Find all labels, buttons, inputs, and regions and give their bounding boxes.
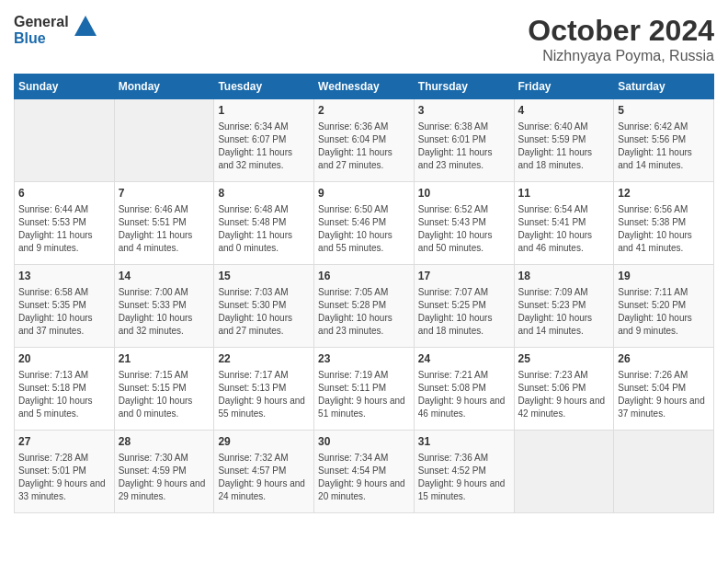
week-row-3: 13Sunrise: 6:58 AMSunset: 5:35 PMDayligh… xyxy=(15,265,714,348)
day-info: Sunrise: 7:00 AMSunset: 5:33 PMDaylight:… xyxy=(119,286,210,338)
day-info: Sunrise: 6:36 AMSunset: 6:04 PMDaylight:… xyxy=(318,121,410,172)
day-number: 14 xyxy=(119,269,210,284)
day-number: 18 xyxy=(518,269,610,284)
day-info: Sunrise: 7:19 AMSunset: 5:11 PMDaylight:… xyxy=(318,369,410,420)
day-info: Sunrise: 6:52 AMSunset: 5:43 PMDaylight:… xyxy=(418,203,510,255)
calendar-header: SundayMondayTuesdayWednesdayThursdayFrid… xyxy=(15,75,714,99)
calendar-cell: 4Sunrise: 6:40 AMSunset: 5:59 PMDaylight… xyxy=(514,99,614,182)
day-info: Sunrise: 6:54 AMSunset: 5:41 PMDaylight:… xyxy=(518,203,610,255)
day-number: 20 xyxy=(18,351,110,367)
day-number: 11 xyxy=(518,186,610,201)
calendar-cell xyxy=(114,99,214,182)
calendar-cell: 13Sunrise: 6:58 AMSunset: 5:35 PMDayligh… xyxy=(15,265,115,348)
calendar-cell: 9Sunrise: 6:50 AMSunset: 5:46 PMDaylight… xyxy=(314,182,415,265)
logo: General Blue xyxy=(14,14,98,46)
calendar-cell: 31Sunrise: 7:36 AMSunset: 4:52 PMDayligh… xyxy=(414,431,514,513)
day-number: 12 xyxy=(618,186,710,201)
day-info: Sunrise: 7:15 AMSunset: 5:15 PMDaylight:… xyxy=(119,369,210,420)
day-number: 27 xyxy=(18,434,110,450)
day-info: Sunrise: 7:17 AMSunset: 5:13 PMDaylight:… xyxy=(218,369,310,420)
day-info: Sunrise: 6:40 AMSunset: 5:59 PMDaylight:… xyxy=(518,121,610,172)
day-info: Sunrise: 6:46 AMSunset: 5:51 PMDaylight:… xyxy=(119,203,210,255)
day-info: Sunrise: 7:21 AMSunset: 5:08 PMDaylight:… xyxy=(418,369,510,420)
calendar-cell: 10Sunrise: 6:52 AMSunset: 5:43 PMDayligh… xyxy=(414,182,514,265)
day-info: Sunrise: 7:09 AMSunset: 5:23 PMDaylight:… xyxy=(518,286,610,338)
calendar-cell: 27Sunrise: 7:28 AMSunset: 5:01 PMDayligh… xyxy=(15,431,115,513)
logo-icon xyxy=(73,14,98,40)
calendar-cell: 5Sunrise: 6:42 AMSunset: 5:56 PMDaylight… xyxy=(614,99,714,182)
day-number: 9 xyxy=(318,186,410,201)
day-info: Sunrise: 7:23 AMSunset: 5:06 PMDaylight:… xyxy=(518,369,610,420)
header-day-sunday: Sunday xyxy=(15,75,115,99)
day-number: 2 xyxy=(318,103,410,119)
calendar-cell: 1Sunrise: 6:34 AMSunset: 6:07 PMDaylight… xyxy=(214,99,314,182)
day-info: Sunrise: 7:05 AMSunset: 5:28 PMDaylight:… xyxy=(318,286,410,338)
calendar-cell: 20Sunrise: 7:13 AMSunset: 5:18 PMDayligh… xyxy=(15,348,115,431)
day-info: Sunrise: 6:58 AMSunset: 5:35 PMDaylight:… xyxy=(18,286,110,338)
day-info: Sunrise: 7:32 AMSunset: 4:57 PMDaylight:… xyxy=(218,452,310,503)
day-number: 8 xyxy=(218,186,310,201)
day-number: 29 xyxy=(218,434,310,450)
day-number: 7 xyxy=(119,186,210,201)
logo-blue: Blue xyxy=(14,30,69,47)
day-info: Sunrise: 6:48 AMSunset: 5:48 PMDaylight:… xyxy=(218,203,310,255)
calendar-table: SundayMondayTuesdayWednesdayThursdayFrid… xyxy=(14,74,714,513)
day-number: 21 xyxy=(119,351,210,367)
day-info: Sunrise: 6:34 AMSunset: 6:07 PMDaylight:… xyxy=(218,121,310,172)
calendar-cell: 22Sunrise: 7:17 AMSunset: 5:13 PMDayligh… xyxy=(214,348,314,431)
calendar-cell: 3Sunrise: 6:38 AMSunset: 6:01 PMDaylight… xyxy=(414,99,514,182)
day-number: 17 xyxy=(418,269,510,284)
day-number: 5 xyxy=(618,103,710,119)
calendar-body: 1Sunrise: 6:34 AMSunset: 6:07 PMDaylight… xyxy=(15,99,714,513)
day-number: 30 xyxy=(318,434,410,450)
day-number: 1 xyxy=(218,103,310,119)
calendar-cell xyxy=(614,431,714,513)
month-title: October 2024 xyxy=(528,14,714,48)
day-info: Sunrise: 7:30 AMSunset: 4:59 PMDaylight:… xyxy=(119,452,210,503)
header-day-wednesday: Wednesday xyxy=(314,75,415,99)
calendar-cell: 24Sunrise: 7:21 AMSunset: 5:08 PMDayligh… xyxy=(414,348,514,431)
day-info: Sunrise: 7:34 AMSunset: 4:54 PMDaylight:… xyxy=(318,452,410,503)
calendar-cell xyxy=(15,99,115,182)
calendar-cell: 29Sunrise: 7:32 AMSunset: 4:57 PMDayligh… xyxy=(214,431,314,513)
svg-marker-0 xyxy=(74,16,97,36)
day-info: Sunrise: 7:07 AMSunset: 5:25 PMDaylight:… xyxy=(418,286,510,338)
day-number: 6 xyxy=(18,186,110,201)
calendar-cell: 11Sunrise: 6:54 AMSunset: 5:41 PMDayligh… xyxy=(514,182,614,265)
header-day-friday: Friday xyxy=(514,75,614,99)
week-row-2: 6Sunrise: 6:44 AMSunset: 5:53 PMDaylight… xyxy=(15,182,714,265)
day-info: Sunrise: 7:03 AMSunset: 5:30 PMDaylight:… xyxy=(218,286,310,338)
day-number: 3 xyxy=(418,103,510,119)
calendar-cell: 19Sunrise: 7:11 AMSunset: 5:20 PMDayligh… xyxy=(614,265,714,348)
day-number: 22 xyxy=(218,351,310,367)
day-number: 31 xyxy=(418,434,510,450)
day-number: 26 xyxy=(618,351,710,367)
calendar-cell: 18Sunrise: 7:09 AMSunset: 5:23 PMDayligh… xyxy=(514,265,614,348)
calendar-cell: 12Sunrise: 6:56 AMSunset: 5:38 PMDayligh… xyxy=(614,182,714,265)
week-row-4: 20Sunrise: 7:13 AMSunset: 5:18 PMDayligh… xyxy=(15,348,714,431)
day-info: Sunrise: 7:28 AMSunset: 5:01 PMDaylight:… xyxy=(18,452,110,503)
day-number: 23 xyxy=(318,351,410,367)
calendar-cell: 16Sunrise: 7:05 AMSunset: 5:28 PMDayligh… xyxy=(314,265,415,348)
calendar-cell: 23Sunrise: 7:19 AMSunset: 5:11 PMDayligh… xyxy=(314,348,415,431)
day-info: Sunrise: 7:13 AMSunset: 5:18 PMDaylight:… xyxy=(18,369,110,420)
day-number: 19 xyxy=(618,269,710,284)
calendar-cell: 8Sunrise: 6:48 AMSunset: 5:48 PMDaylight… xyxy=(214,182,314,265)
calendar-cell: 15Sunrise: 7:03 AMSunset: 5:30 PMDayligh… xyxy=(214,265,314,348)
title-block: October 2024 Nizhnyaya Poyma, Russia xyxy=(528,14,714,64)
calendar-cell: 30Sunrise: 7:34 AMSunset: 4:54 PMDayligh… xyxy=(314,431,415,513)
day-number: 28 xyxy=(119,434,210,450)
calendar-cell: 6Sunrise: 6:44 AMSunset: 5:53 PMDaylight… xyxy=(15,182,115,265)
calendar-cell: 21Sunrise: 7:15 AMSunset: 5:15 PMDayligh… xyxy=(114,348,214,431)
day-number: 10 xyxy=(418,186,510,201)
day-info: Sunrise: 6:50 AMSunset: 5:46 PMDaylight:… xyxy=(318,203,410,255)
calendar-cell xyxy=(514,431,614,513)
day-number: 4 xyxy=(518,103,610,119)
day-info: Sunrise: 6:56 AMSunset: 5:38 PMDaylight:… xyxy=(618,203,710,255)
header-day-monday: Monday xyxy=(114,75,214,99)
header-day-saturday: Saturday xyxy=(614,75,714,99)
header-row: SundayMondayTuesdayWednesdayThursdayFrid… xyxy=(15,75,714,99)
day-number: 15 xyxy=(218,269,310,284)
location-title: Nizhnyaya Poyma, Russia xyxy=(528,48,714,64)
day-number: 16 xyxy=(318,269,410,284)
